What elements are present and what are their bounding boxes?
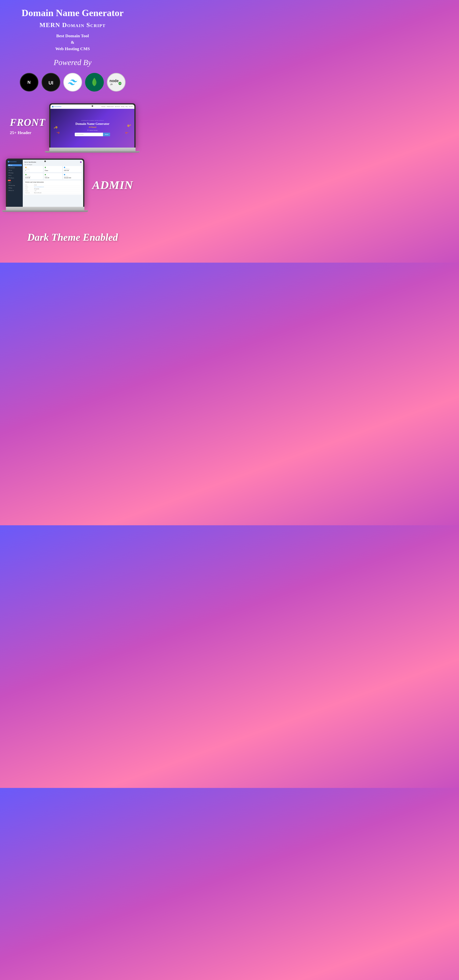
- admin-camera: [44, 161, 46, 162]
- admin-stat-memory: Total Memory 0.94 GB: [63, 166, 81, 172]
- admin-info-frameworks: Framework React (1) Next (4): [25, 192, 81, 194]
- nextjs-icon: N: [20, 73, 38, 92]
- admin-info-script: Script Hosting Hub: [25, 188, 81, 190]
- front-section-sub: 25+ Header: [10, 130, 45, 135]
- admin-screen-content: DomainHub Dash Dashboard: [7, 160, 83, 207]
- svg-text:UI: UI: [48, 80, 53, 86]
- screen-search-btn: Search: [103, 133, 110, 136]
- powered-by-text: Powered By: [54, 58, 92, 67]
- tailwind-icon: [63, 73, 82, 92]
- admin-sidebar-item-homepage: Home Page: [8, 185, 22, 186]
- hero-badge: ✦ Website Checked: [87, 129, 97, 131]
- admin-sidebar-item-reactui: React UI: [8, 189, 22, 191]
- front-laptop: DomainHub Generator Domain Tools ▾ Hub T…: [49, 103, 139, 153]
- front-camera: [92, 105, 93, 107]
- admin-info-website: Website http://m.domainhub.info/: [25, 186, 81, 188]
- tech-icons-row: N UI node: [20, 73, 126, 92]
- admin-info-header: Items Levels: [25, 184, 81, 186]
- front-label-col: FRONT 25+ Header: [6, 117, 45, 139]
- admin-stats-grid-1: CPU Core 1 OS Linux To: [24, 166, 81, 172]
- admin-info-domain: Domain + 1.9: [25, 190, 81, 192]
- admin-sidebar-item-dash: Dash: [8, 164, 22, 166]
- admin-sidebar-item-dashboard: Dashboard: [8, 167, 22, 169]
- admin-sidebar: DomainHub Dash Dashboard: [7, 160, 23, 207]
- admin-info-table: Website and Script Information Items Lev…: [24, 180, 81, 195]
- front-logo: DomainHub: [52, 106, 61, 107]
- page-wrapper: Domain Name Generator MERN Domain Script…: [0, 0, 145, 262]
- front-laptop-base: [49, 148, 135, 151]
- screen-search-input: Type any domain...: [75, 133, 103, 136]
- admin-section: DomainHub Dash Dashboard: [6, 159, 139, 212]
- admin-sidebar-item-settings: Settings: [8, 172, 22, 174]
- svg-text:node: node: [110, 79, 119, 83]
- front-laptop-wrapper: DomainHub Generator Domain Tools ▾ Hub T…: [49, 103, 135, 153]
- front-nav-items: Generator Domain Tools ▾ Hub Tool ▾ Host…: [101, 106, 133, 107]
- front-section: FRONT 25+ Header DomainHub: [6, 103, 139, 153]
- admin-sidebar-item-alt: Alt: [8, 175, 22, 177]
- admin-section-title: Server Specification: [24, 161, 81, 163]
- admin-spec-label: CPU: DO Regular: [24, 164, 81, 165]
- dark-theme-label: Dark Theme Enabled: [27, 231, 118, 243]
- svg-text:JS: JS: [119, 83, 121, 84]
- admin-sidebar-item-affiliates: Affiliates: [8, 177, 22, 179]
- admin-screen-outer: DomainHub Dash Dashboard: [6, 159, 84, 207]
- main-title: Domain Name Generator: [22, 8, 124, 18]
- admin-stat-os: OS Linux: [44, 166, 62, 172]
- sub-title: MERN Domain Script: [40, 21, 105, 29]
- admin-stat-freemem: Free Memory 0.16 GB: [24, 173, 43, 179]
- nodejs-icon: node .js JS: [107, 73, 126, 92]
- admin-sidebar-item-blog: Blog: [8, 187, 22, 189]
- admin-section-label: ADMIN: [92, 178, 133, 192]
- admin-sidebar-logo: DomainHub: [8, 161, 22, 162]
- admin-stat-uptime: Uptime 1541.00: [44, 173, 62, 179]
- svg-rect-4: [94, 84, 94, 86]
- front-screen-inner: DomainHub Generator Domain Tools ▾ Hub T…: [50, 105, 134, 148]
- admin-stat-hostname: Host Name domain-hub: [63, 173, 81, 179]
- screen-search-box: Type any domain... Search: [75, 133, 110, 136]
- description: Best Domain Tool & Web Hosting CMS: [55, 33, 90, 52]
- front-hero: ➜ ➜ ➜ ➜ GENERATE NAMES WITH STYLE Domain…: [50, 109, 134, 148]
- svg-text:N: N: [27, 80, 30, 85]
- admin-sidebar-item-ui: UI: [8, 182, 22, 184]
- admin-label-col: ADMIN: [88, 178, 133, 192]
- admin-laptop-wrapper: DomainHub Dash Dashboard: [6, 159, 84, 212]
- nextui-icon: UI: [41, 73, 60, 92]
- admin-stats-grid-2: Free Memory 0.16 GB Uptime 1541.00: [24, 173, 81, 179]
- mongodb-icon: [85, 73, 104, 92]
- admin-close-btn: [80, 161, 81, 163]
- front-section-label: FRONT: [10, 117, 45, 128]
- hero-title: Domain Name Generator: [75, 122, 110, 126]
- svg-text:.js: .js: [110, 83, 113, 86]
- front-laptop-foot: [45, 151, 140, 153]
- admin-laptop-base: [6, 207, 84, 210]
- admin-screen-inner: DomainHub Dash Dashboard: [7, 160, 83, 207]
- hero-subtitle: AI Based: [89, 126, 96, 128]
- hero-label: GENERATE NAMES WITH STYLE: [81, 120, 104, 121]
- admin-laptop-foot: [2, 210, 88, 212]
- admin-main-content: Server Specification CPU: DO Regular CPU…: [23, 160, 83, 207]
- front-screen-outer: DomainHub Generator Domain Tools ▾ Hub T…: [49, 103, 135, 148]
- admin-sidebar-item-user: User: [8, 169, 22, 171]
- admin-stat-cpu: CPU Core 1: [24, 166, 43, 172]
